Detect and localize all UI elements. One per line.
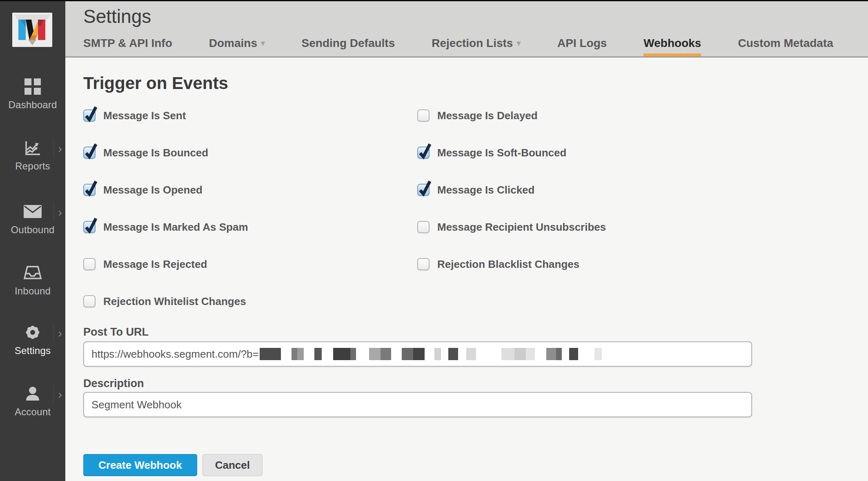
create-webhook-button[interactable]: Create Webhook: [83, 454, 197, 476]
event-label[interactable]: Message Is Rejected: [103, 258, 207, 270]
sidebar-item-dashboard[interactable]: Dashboard ›: [0, 77, 65, 111]
event-label[interactable]: Message Is Soft-Bounced: [437, 147, 566, 159]
tab-domains[interactable]: Domains▾: [209, 37, 265, 56]
event-label[interactable]: Rejection Blacklist Changes: [437, 258, 579, 270]
tab-api-logs[interactable]: API Logs▾: [557, 37, 607, 56]
submenu-chevron-icon: ›: [53, 324, 62, 343]
checkbox-message-is-sent[interactable]: [83, 109, 96, 122]
section-heading: Trigger on Events: [83, 73, 228, 93]
description-input-wrap: [83, 392, 752, 417]
sidebar-item-settings[interactable]: Settings ›: [0, 323, 65, 356]
submenu-chevron-icon: ›: [53, 139, 62, 158]
event-label[interactable]: Message Is Delayed: [437, 109, 538, 122]
event-row-rejection-blacklist-changes: Rejection Blacklist Changes: [417, 258, 801, 295]
checkbox-message-marked-as-spam[interactable]: [83, 221, 96, 233]
checkbox-message-is-soft-bounced[interactable]: [417, 147, 430, 159]
event-row-message-is-soft-bounced: Message Is Soft-Bounced: [417, 147, 801, 184]
sidebar: Dashboard › Reports › Outbound ›: [0, 1, 65, 481]
event-row-message-is-rejected: Message Is Rejected: [83, 258, 417, 295]
person-icon: [24, 385, 41, 402]
tab-sending-defaults[interactable]: Sending Defaults▾: [302, 37, 395, 56]
checkbox-rejection-whitelist-changes[interactable]: [83, 295, 96, 307]
sidebar-item-label: Account: [0, 406, 65, 418]
sidebar-item-reports[interactable]: Reports ›: [0, 138, 65, 172]
event-row-message-is-bounced: Message Is Bounced: [83, 147, 417, 184]
submenu-chevron-icon: ›: [53, 203, 62, 222]
description-input[interactable]: [91, 399, 744, 411]
reports-chart-icon: [24, 139, 42, 157]
sidebar-item-label: Reports: [0, 160, 65, 172]
checkbox-message-is-clicked[interactable]: [417, 184, 430, 196]
event-row-recipient-unsubscribes: Message Recipient Unsubscribes: [417, 221, 801, 258]
event-label[interactable]: Message Recipient Unsubscribes: [437, 221, 606, 233]
event-label[interactable]: Message Is Sent: [103, 109, 186, 122]
event-row-message-is-sent: Message Is Sent: [83, 109, 417, 147]
checkbox-rejection-blacklist-changes[interactable]: [417, 258, 430, 270]
tab-rejection-lists[interactable]: Rejection Lists▾: [432, 37, 521, 56]
envelope-icon: [23, 205, 42, 218]
mandrill-m-icon: [12, 13, 52, 47]
page-header: Settings SMTP & API Info▾ Domains▾ Sendi…: [65, 1, 868, 58]
dashboard-grid-icon: [24, 78, 41, 95]
sidebar-item-label: Inbound: [0, 285, 65, 297]
sidebar-item-label: Dashboard: [0, 99, 65, 111]
webhook-form: Trigger on Events Message Is Sent Messag…: [65, 59, 868, 481]
sidebar-item-label: Outbound: [0, 224, 65, 236]
description-label: Description: [83, 377, 144, 390]
event-row-message-is-opened: Message Is Opened: [83, 184, 417, 221]
inbox-tray-icon: [23, 265, 42, 281]
caret-down-icon: ▾: [516, 39, 521, 47]
trigger-events-grid: Message Is Sent Message Is Delayed Messa…: [83, 109, 801, 332]
caret-down-icon: ▾: [261, 39, 265, 47]
submenu-chevron-icon: ›: [53, 385, 62, 404]
page-title: Settings: [83, 5, 151, 27]
event-row-message-marked-as-spam: Message Is Marked As Spam: [83, 221, 417, 258]
mandrill-logo[interactable]: [12, 13, 52, 47]
checkbox-message-is-bounced[interactable]: [83, 147, 96, 159]
event-label[interactable]: Message Is Marked As Spam: [103, 221, 248, 233]
settings-tab-bar: SMTP & API Info▾ Domains▾ Sending Defaul…: [83, 37, 868, 56]
event-row-message-is-clicked: Message Is Clicked: [417, 184, 801, 221]
event-label[interactable]: Message Is Opened: [103, 184, 203, 196]
redacted-url-token: [260, 348, 602, 360]
sidebar-item-outbound[interactable]: Outbound ›: [0, 202, 65, 236]
event-label[interactable]: Message Is Bounced: [103, 147, 208, 159]
event-label[interactable]: Message Is Clicked: [437, 184, 534, 196]
tab-custom-metadata[interactable]: Custom Metadata▾: [738, 37, 833, 56]
tab-smtp-api-info[interactable]: SMTP & API Info▾: [83, 37, 172, 56]
post-to-url-input[interactable]: https://webhooks.segment.com/?b=: [83, 341, 752, 367]
checkbox-message-is-rejected[interactable]: [83, 258, 96, 270]
checkbox-recipient-unsubscribes[interactable]: [417, 221, 430, 233]
sidebar-item-label: Settings: [0, 345, 65, 356]
tab-webhooks[interactable]: Webhooks▾: [643, 37, 701, 56]
event-label[interactable]: Rejection Whitelist Changes: [103, 295, 246, 307]
form-actions: Create Webhook Cancel: [83, 454, 263, 476]
checkbox-message-is-delayed[interactable]: [417, 109, 430, 122]
event-row-message-is-delayed: Message Is Delayed: [417, 109, 801, 147]
cancel-button[interactable]: Cancel: [203, 454, 263, 476]
sidebar-item-inbound[interactable]: Inbound ›: [0, 263, 65, 297]
gear-icon: [24, 324, 41, 341]
post-to-url-label: Post To URL: [83, 326, 149, 338]
checkbox-message-is-opened[interactable]: [83, 184, 96, 196]
url-value-prefix: https://webhooks.segment.com/?b=: [91, 348, 259, 361]
sidebar-item-account[interactable]: Account ›: [0, 384, 65, 418]
window-top-strip: [0, 0, 868, 1]
